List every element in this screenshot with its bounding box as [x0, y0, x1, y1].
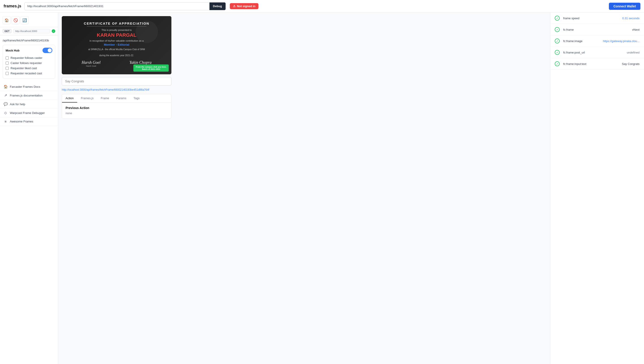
metric-value-2: https://gateway.pinata.clou... [603, 39, 640, 43]
metric-row-2: ✓ fc:frame:image https://gateway.pinata.… [550, 35, 644, 47]
metric-value-1: vNext [632, 28, 640, 31]
cert-batch: From the campus club you love. Batch of … [133, 65, 169, 72]
home-icon-button[interactable]: 🏠 [3, 16, 11, 24]
app-logo: frames.js [4, 4, 21, 9]
cert-name: KARAN PARGAL [67, 32, 166, 38]
tabs-header: Action Frames.js Frame Params Tags [62, 94, 171, 103]
cert-academic-year: during the academic year 2021-22. [67, 54, 166, 57]
frame-url-link[interactable]: http://localhost:3000/api/frames/fetchFr… [62, 88, 172, 91]
say-congrats-input[interactable] [62, 77, 172, 86]
sidebar-link-ask-help[interactable]: 💬 Ask for help [0, 100, 58, 109]
metric-row-0: ✓ frame speed 0.31 seconds [550, 13, 644, 24]
metric-check-0: ✓ [555, 16, 560, 21]
metric-check-1: ✓ [555, 27, 560, 32]
url-input[interactable] [24, 5, 210, 8]
status-indicator: ✓ [52, 29, 55, 33]
metric-value-0: 0.31 seconds [622, 17, 640, 20]
sidebar-link-framesjs-docs[interactable]: ↗ Frames.js documentation [0, 91, 58, 100]
metric-key-3: fc:frame:post_url [563, 51, 623, 54]
metric-check-2: ✓ [555, 39, 560, 44]
tabs-content: Previous Action none [62, 103, 171, 118]
external-link-icon: ↗ [4, 93, 8, 97]
tab-framesjs[interactable]: Frames.js [77, 94, 97, 103]
tab-frame[interactable]: Frame [97, 94, 113, 103]
mock-hub-section: Mock Hub Requester follows caster Caster… [3, 45, 55, 79]
refresh-icon-button[interactable]: 🔄 [20, 16, 29, 24]
cert-presented: This is proudly presented to [67, 29, 166, 31]
cert-sig1: Harsh Goel Harsh Goel [82, 60, 101, 67]
metric-key-1: fc:frame [563, 28, 628, 31]
cert-contribution: in recognition of his/her valuable contr… [67, 39, 166, 42]
metric-key-4: fc:frame:input:text [563, 62, 618, 66]
cert-org: at SRMKZILLA - the official Mozilla Camp… [67, 48, 166, 51]
metric-key-2: fc:frame:image [563, 39, 599, 43]
sidebar-link-awesome-frames[interactable]: ≡ Awesome Frames [0, 117, 58, 126]
tabs-panel: Action Frames.js Frame Params Tags Previ… [62, 94, 172, 119]
debug-button[interactable]: Debug [210, 2, 226, 10]
checkbox-requester-follows-caster[interactable]: Requester follows caster [6, 55, 52, 61]
not-signed-button[interactable]: Not signed in [230, 3, 258, 9]
sidebar-link-warpcast-debugger[interactable]: ◇ Warpcast Frame Debugger [0, 109, 58, 117]
metric-check-3: ✓ [555, 50, 560, 55]
connect-wallet-button[interactable]: Connect Wallet [609, 3, 640, 10]
sidebar: 🏠 🚫 🔄 GET http://localhost:3000 ✓ /api/f… [0, 13, 58, 364]
tab-params[interactable]: Params [113, 94, 130, 103]
previous-action-value: none [66, 112, 168, 115]
metric-row-1: ✓ fc:frame vNext [550, 24, 644, 35]
url-pill: http://localhost:3000 [13, 29, 50, 33]
url-bar[interactable]: Debug [24, 2, 226, 10]
right-panel: ✓ frame speed 0.31 seconds ✓ fc:frame vN… [550, 13, 644, 364]
mock-hub-toggle[interactable] [42, 48, 52, 53]
cert-title: CERTIFICATE OF APPRECIATION [67, 22, 166, 27]
cancel-icon-button[interactable]: 🚫 [12, 16, 20, 24]
center-panel: CERTIFICATE OF APPRECIATION This is prou… [58, 13, 550, 364]
warpcast-icon: ◇ [4, 111, 8, 115]
certificate-image: CERTIFICATE OF APPRECIATION This is prou… [62, 16, 172, 74]
cert-role: Member - Editorial [67, 43, 166, 46]
metric-value-4: Say Congrats [622, 62, 640, 66]
checkbox-requester-liked-cast[interactable]: Requester liked cast [6, 66, 52, 71]
mock-hub-title: Mock Hub [6, 49, 20, 52]
metric-value-3: undefined [627, 51, 640, 54]
checkbox-caster-follows-requester[interactable]: Caster follows requester [6, 61, 52, 66]
help-icon: 💬 [4, 102, 8, 106]
sidebar-link-farcaster-docs[interactable]: 🏠 Farcaster Frames Docs [0, 82, 58, 91]
home-icon: 🏠 [4, 85, 8, 89]
checkbox-requester-recasted-cast[interactable]: Requester recasted cast [6, 71, 52, 76]
tab-action[interactable]: Action [62, 94, 77, 103]
previous-action-title: Previous Action [66, 106, 168, 110]
tab-tags[interactable]: Tags [130, 94, 143, 103]
metric-key-0: frame speed [563, 17, 619, 20]
list-icon: ≡ [4, 120, 8, 123]
metric-row-4: ✓ fc:frame:input:text Say Congrats [550, 58, 644, 70]
metric-check-4: ✓ [555, 61, 560, 66]
method-badge: GET [3, 29, 12, 33]
api-path: /api/frames/fetchFrame/66002140193b [0, 38, 58, 45]
metric-row-3: ✓ fc:frame:post_url undefined [550, 47, 644, 58]
